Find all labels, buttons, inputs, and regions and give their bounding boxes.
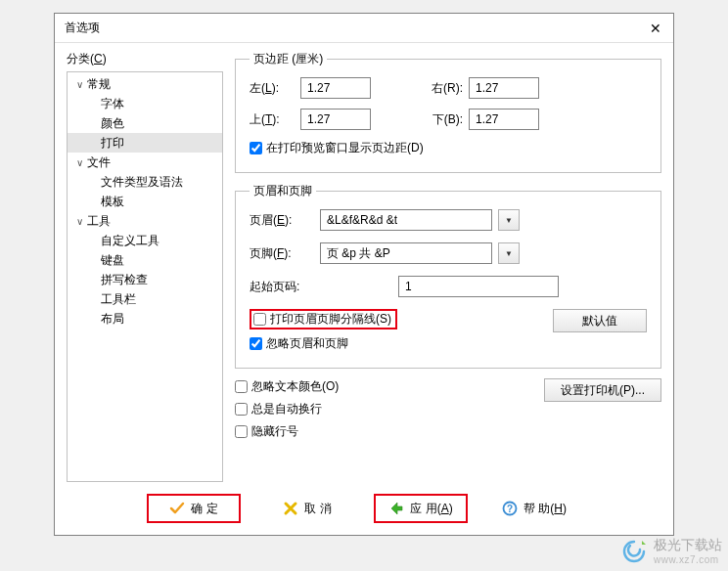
watermark-icon	[620, 538, 648, 565]
ok-button[interactable]: 确 定	[147, 494, 241, 523]
tree-item-toolbar[interactable]: 工具栏	[68, 289, 222, 309]
footer-label: 页脚(F):	[250, 245, 320, 262]
margin-top-input[interactable]	[300, 109, 371, 130]
header-dropdown-button[interactable]: ▼	[498, 209, 520, 231]
always-wrap-checkbox[interactable]: 总是自动换行	[235, 401, 339, 417]
ignore-headerfooter-checkbox[interactable]: 忽略页眉和页脚	[250, 335, 397, 352]
chevron-down-icon: ∨	[73, 216, 85, 227]
always-wrap-check[interactable]	[235, 403, 248, 416]
tree-item-general[interactable]: ∨常规	[68, 74, 222, 94]
margin-top-label: 上(T):	[250, 111, 300, 128]
content-panel: 页边距 (厘米) 左(L): 右(R): 上(T): 下(B): 在打印预览窗口…	[223, 51, 661, 482]
startpage-input[interactable]	[398, 276, 559, 297]
triangle-down-icon: ▼	[505, 249, 513, 258]
default-button[interactable]: 默认值	[553, 309, 647, 332]
margin-bottom-input[interactable]	[469, 109, 539, 130]
tree-item-color[interactable]: 颜色	[68, 113, 222, 133]
cross-icon	[283, 501, 298, 516]
apply-button[interactable]: 应 用(A)	[374, 494, 468, 523]
headerfooter-legend: 页眉和页脚	[250, 183, 316, 199]
margin-bottom-label: 下(B):	[398, 111, 469, 128]
tree-item-file[interactable]: ∨文件	[68, 153, 222, 172]
tree-item-filetypes[interactable]: 文件类型及语法	[68, 172, 222, 192]
margin-left-input[interactable]	[300, 77, 371, 99]
preview-margin-checkbox[interactable]: 在打印预览窗口显示页边距(D)	[250, 140, 647, 156]
margins-legend: 页边距 (厘米)	[250, 51, 327, 67]
svg-marker-2	[642, 541, 646, 545]
dialog-title: 首选项	[65, 20, 100, 36]
titlebar: 首选项 ✕	[55, 14, 673, 43]
tree-item-templates[interactable]: 模板	[68, 192, 222, 211]
arrow-left-icon	[388, 501, 404, 516]
category-sidebar: 分类(C) ∨常规 字体 颜色 打印 ∨文件 文件	[67, 51, 223, 482]
startpage-label: 起始页码:	[250, 279, 320, 295]
tree-item-print[interactable]: 打印	[68, 133, 222, 153]
category-tree[interactable]: ∨常规 字体 颜色 打印 ∨文件 文件类型及语法 模板	[67, 71, 223, 482]
watermark: 极光下载站 www.xz7.com	[620, 537, 722, 565]
chevron-down-icon: ∨	[73, 79, 85, 90]
tree-item-spellcheck[interactable]: 拼写检查	[68, 270, 222, 289]
header-input[interactable]	[320, 209, 492, 231]
margins-fieldset: 页边距 (厘米) 左(L): 右(R): 上(T): 下(B): 在打印预览窗口…	[235, 51, 661, 173]
ignore-textcolor-checkbox[interactable]: 忽略文本颜色(O)	[235, 378, 339, 395]
header-label: 页眉(E):	[250, 212, 320, 229]
svg-text:?: ?	[507, 504, 513, 514]
margin-left-label: 左(L):	[250, 80, 300, 97]
tree-item-font[interactable]: 字体	[68, 94, 222, 113]
footer-dropdown-button[interactable]: ▼	[498, 242, 520, 264]
hide-lineno-check[interactable]	[235, 425, 248, 438]
ignore-headerfooter-check[interactable]	[250, 337, 262, 350]
dialog-footer: 确 定 取 消 应 用(A) ? 帮 助(H)	[55, 482, 673, 535]
ignore-textcolor-check[interactable]	[235, 380, 248, 393]
tree-item-keyboard[interactable]: 键盘	[68, 250, 222, 270]
print-separator-check[interactable]	[253, 313, 266, 326]
margin-right-input[interactable]	[469, 77, 539, 99]
preferences-dialog: 首选项 ✕ 分类(C) ∨常规 字体 颜色 打印	[54, 13, 674, 536]
tree-item-customtools[interactable]: 自定义工具	[68, 231, 222, 250]
headerfooter-fieldset: 页眉和页脚 页眉(E): ▼ 页脚(F): ▼ 起始页码:	[235, 183, 661, 369]
cancel-button[interactable]: 取 消	[260, 494, 354, 523]
help-button[interactable]: ? 帮 助(H)	[487, 494, 581, 523]
triangle-down-icon: ▼	[505, 216, 513, 225]
print-separator-checkbox[interactable]: 打印页眉页脚分隔线(S)	[250, 309, 397, 329]
preview-margin-check[interactable]	[250, 142, 262, 154]
category-heading: 分类(C)	[67, 51, 223, 67]
footer-input[interactable]	[320, 242, 492, 264]
margin-right-label: 右(R):	[398, 80, 469, 97]
tree-item-tools[interactable]: ∨工具	[68, 211, 222, 231]
set-printer-button[interactable]: 设置打印机(P)...	[544, 378, 661, 402]
check-icon	[169, 501, 185, 516]
chevron-down-icon: ∨	[73, 157, 85, 168]
tree-item-layout[interactable]: 布局	[68, 309, 222, 329]
hide-lineno-checkbox[interactable]: 隐藏行号	[235, 423, 339, 440]
close-icon[interactable]: ✕	[648, 21, 663, 36]
help-icon: ?	[502, 501, 518, 516]
